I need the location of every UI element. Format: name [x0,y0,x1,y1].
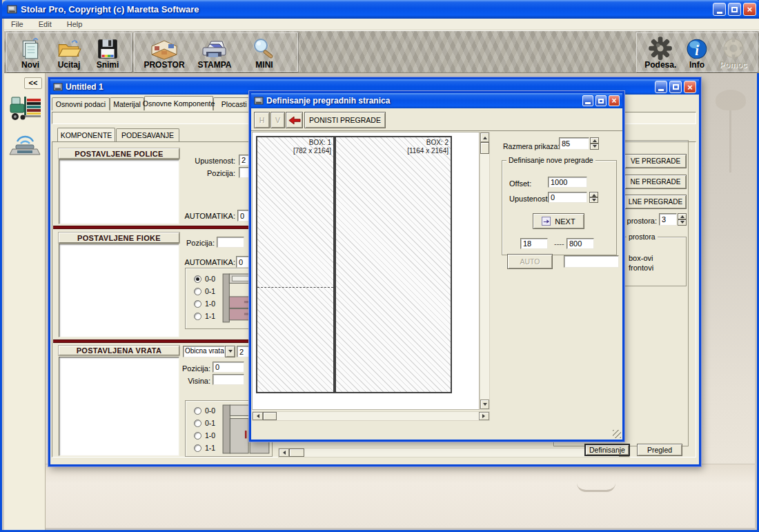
razmera-spinner[interactable] [590,137,599,150]
auto-value-input[interactable] [564,255,619,268]
fioke-pozicija-label: Pozicija: [156,239,215,247]
frontovi-label: frontovi [629,264,653,272]
canvas-hscrollbar[interactable] [252,411,490,421]
upustenost-spinner[interactable] [589,192,598,203]
tab-osnovne-komponente[interactable]: Osnovne Komponente [144,96,213,110]
dialog-maximize-button[interactable] [595,95,607,106]
police-automatika-label: AUTOMATIKA: [159,212,235,220]
menu-file[interactable]: File [11,20,23,28]
prostora-spinner[interactable] [678,213,687,226]
toolbar-file-group: Novi Ucitaj Snimi [6,32,132,72]
pregrade-button-1[interactable]: VE PREGRADE [624,154,687,168]
untitled-close-button[interactable]: × [684,81,696,93]
scroll-right-icon[interactable] [479,412,489,420]
scrollbar-thumb[interactable] [480,142,489,154]
razmera-input[interactable] [559,137,589,150]
fioke-pozicija-input[interactable] [217,237,244,248]
undo-partition-button[interactable] [286,112,303,128]
main-toolbar: Novi Ucitaj Snimi PROSTOR [4,30,759,73]
ucitaj-button[interactable]: Ucitaj [50,34,88,70]
scroll-left-icon[interactable] [279,449,289,457]
police-upustenost-label: Upustenost: [166,157,235,165]
spin-down-icon[interactable] [589,197,598,203]
spin-up-icon[interactable] [590,137,599,144]
vrata-visina-input[interactable] [213,374,244,385]
scroll-up-icon[interactable] [480,132,489,142]
pomoc-button[interactable]: Pomoc [713,34,753,70]
auto-button[interactable]: AUTO [507,254,553,269]
vrata-radio-01[interactable]: 0-1 [194,419,215,427]
minimize-icon [717,12,722,14]
forklift-button[interactable] [8,92,43,124]
fioke-radio-10[interactable]: 1-0 [194,299,215,308]
tab-komponente[interactable]: KOMPONENTE [57,128,115,141]
vrata-radio-10[interactable]: 1-0 [194,431,215,440]
fioke-radio-01[interactable]: 0-1 [194,287,215,295]
ponisti-pregrade-button[interactable]: PONISTI PREGRADE [304,112,386,128]
scanner-button[interactable] [8,130,43,159]
dialog-close-button[interactable]: × [609,95,620,106]
pregrade-button-3[interactable]: LNE PREGRADE [624,195,687,209]
fioke-radio-00[interactable]: 0-0 [194,275,215,283]
prostora-input[interactable] [659,213,677,226]
scanner-icon [8,130,43,159]
mini-button[interactable]: MINI [239,34,289,70]
vrata-type-dropdown[interactable]: Obicna vrata [183,346,235,357]
podesa-button[interactable]: Podesa. [641,34,680,70]
resize-grip[interactable] [613,430,621,438]
menu-edit[interactable]: Edit [39,20,52,28]
definisanje-button[interactable]: Definisanje [584,444,630,456]
close-button[interactable]: × [743,3,756,16]
radio-icon [194,420,201,427]
fioke-radio-11[interactable]: 1-1 [194,312,215,320]
menu-help[interactable]: Help [67,20,83,28]
untitled-minimize-button[interactable] [655,81,667,93]
horizontal-scrollbar[interactable] [278,448,630,457]
tab-osnovni-podaci[interactable]: Osnovni podaci [52,97,110,110]
tab-materijal[interactable]: Materijal [110,97,144,110]
toolbar-tools-group: PROSTOR STAMPA MINI [134,32,298,72]
scrollbar-thumb[interactable] [263,412,277,420]
maximize-button[interactable] [728,3,741,16]
horizontal-split-button[interactable]: H [254,112,270,128]
pregrade-button-2[interactable]: NE PREGRADE [624,175,687,189]
novi-button[interactable]: Novi [11,34,50,70]
untitled-maximize-button[interactable] [669,81,682,93]
box2-shape[interactable]: BOX: 2 [1164 x 2164] [335,136,452,393]
canvas-vscrollbar[interactable] [480,132,490,410]
snimi-button[interactable]: Snimi [88,34,127,70]
tab-podesavanje[interactable]: PODESAVANJE [116,128,179,141]
pregled-button[interactable]: Pregled [637,444,682,456]
spin-down-icon[interactable] [590,144,599,150]
vrata-listbox[interactable] [59,357,179,456]
spin-down-icon[interactable] [678,219,687,226]
info-button[interactable]: i Info [680,34,714,70]
nova-pregrada-group-label: Definisanje nove pregrade [506,156,595,164]
spin-up-icon[interactable] [678,213,687,219]
vrata-pozicija-input[interactable] [213,362,244,373]
upustenost-input[interactable] [548,192,587,203]
save-floppy-icon [96,37,119,61]
vrata-radio-00[interactable]: 0-0 [194,406,215,415]
dialog-minimize-button[interactable] [582,95,593,106]
spin-up-icon[interactable] [589,192,598,197]
minimize-button[interactable] [713,3,726,16]
chevron-down-icon[interactable] [225,346,235,357]
scroll-left-icon[interactable] [253,412,263,420]
vrata-radio-11[interactable]: 1-1 [194,444,215,452]
main-titlebar: Stolar Pro, Copyright (c) Maretta Softwa… [2,0,759,19]
prostor-button[interactable]: PROSTOR [139,34,190,70]
next-button[interactable]: NEXT [533,213,584,229]
sidebar-collapse-button[interactable]: << [24,77,42,89]
box2-label: BOX: 2 [1164 x 2164] [407,139,448,155]
partition-canvas[interactable]: BOX: 1 [782 x 2164] BOX: 2 [1164 x 2164] [252,132,480,410]
box1-shape[interactable]: BOX: 1 [782 x 2164] [256,136,335,393]
scrollbar-thumb[interactable] [289,449,304,457]
range-min-input[interactable] [520,238,548,249]
scroll-down-icon[interactable] [480,400,489,409]
stampa-button[interactable]: STAMPA [190,34,239,70]
range-max-input[interactable] [566,238,594,249]
dialog-titlebar: Definisanje pregradnih stranica × [251,93,622,108]
offset-input[interactable] [548,177,587,188]
vertical-split-button[interactable]: V [270,112,285,128]
